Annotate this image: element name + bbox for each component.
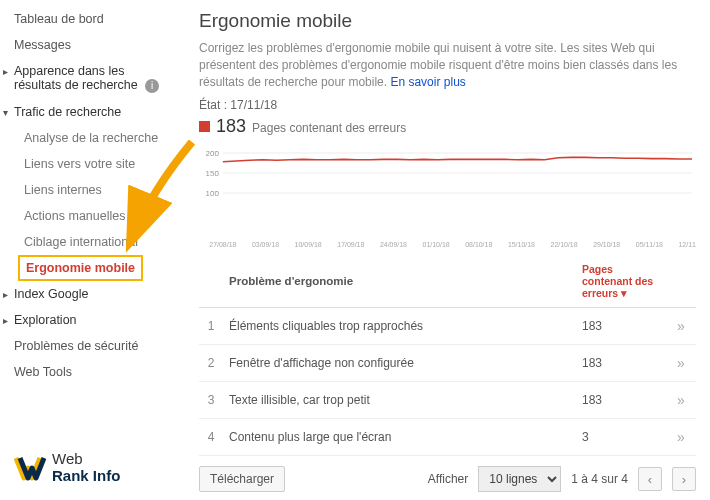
svg-text:150: 150	[206, 169, 220, 178]
table-row[interactable]: 4Contenu plus large que l'écran3»	[199, 419, 696, 456]
status-date: État : 17/11/18	[199, 98, 696, 112]
info-icon: i	[145, 79, 159, 93]
logo-text-line2: Rank Info	[52, 468, 120, 485]
learn-more-link[interactable]: En savoir plus	[390, 75, 465, 89]
sidebar: Tableau de bord Messages Apparence dans …	[0, 0, 175, 500]
sidebar-item-links-to-site[interactable]: Liens vers votre site	[6, 151, 175, 177]
svg-text:24/09/18: 24/09/18	[380, 241, 407, 248]
issues-table: Problème d'ergonomie Pages contenant des…	[199, 255, 696, 456]
row-issue: Contenu plus large que l'écran	[223, 419, 576, 456]
table-footer: Télécharger Afficher 10 lignes 1 à 4 sur…	[199, 456, 696, 500]
table-row[interactable]: 1Éléments cliquables trop rapprochés183»	[199, 308, 696, 345]
legend-label: Pages contenant des erreurs	[252, 121, 406, 135]
svg-text:17/09/18: 17/09/18	[337, 241, 364, 248]
row-index: 4	[199, 419, 223, 456]
svg-text:100: 100	[206, 189, 220, 198]
svg-text:01/10/18: 01/10/18	[423, 241, 450, 248]
sidebar-item-search-analysis[interactable]: Analyse de la recherche	[6, 125, 175, 151]
svg-text:05/11/18: 05/11/18	[636, 241, 663, 248]
main-content: Ergonomie mobile Corrigez les problèmes …	[175, 0, 710, 500]
sidebar-item-security[interactable]: Problèmes de sécurité	[6, 333, 175, 359]
sidebar-item-mobile-usability[interactable]: Ergonomie mobile	[18, 255, 143, 281]
chart-legend: 183 Pages contenant des erreurs	[199, 116, 696, 137]
rows-select[interactable]: 10 lignes	[478, 466, 561, 492]
download-button[interactable]: Télécharger	[199, 466, 285, 492]
sidebar-item-manual-actions[interactable]: Actions manuelles	[6, 203, 175, 229]
row-count: 3	[576, 419, 666, 456]
chevron-right-icon[interactable]: »	[666, 382, 696, 419]
svg-text:200: 200	[206, 149, 220, 158]
svg-text:29/10/18: 29/10/18	[593, 241, 620, 248]
sidebar-item-internal-links[interactable]: Liens internes	[6, 177, 175, 203]
row-issue: Texte illisible, car trop petit	[223, 382, 576, 419]
logo: Web Rank Info	[14, 451, 120, 484]
legend-count: 183	[216, 116, 246, 137]
legend-color-swatch	[199, 121, 210, 132]
page-title: Ergonomie mobile	[199, 10, 696, 32]
pager-text: 1 à 4 sur 4	[571, 472, 628, 486]
prev-page-button[interactable]: ‹	[638, 467, 662, 491]
svg-text:10/09/18: 10/09/18	[295, 241, 322, 248]
col-errors[interactable]: Pages contenant des erreurs ▾	[576, 255, 666, 308]
svg-text:08/10/18: 08/10/18	[465, 241, 492, 248]
row-count: 183	[576, 308, 666, 345]
sidebar-item-intl-targeting[interactable]: Ciblage international	[6, 229, 175, 255]
row-count: 183	[576, 345, 666, 382]
table-row[interactable]: 2Fenêtre d'affichage non configurée183»	[199, 345, 696, 382]
col-issue[interactable]: Problème d'ergonomie	[223, 255, 576, 308]
row-issue: Fenêtre d'affichage non configurée	[223, 345, 576, 382]
sidebar-item-web-tools[interactable]: Web Tools	[6, 359, 175, 385]
sidebar-item-dashboard[interactable]: Tableau de bord	[6, 6, 175, 32]
svg-text:12/11/18: 12/11/18	[678, 241, 696, 248]
row-index: 3	[199, 382, 223, 419]
table-row[interactable]: 3Texte illisible, car trop petit183»	[199, 382, 696, 419]
sidebar-group-google-index[interactable]: Index Google	[6, 281, 175, 307]
svg-text:15/10/18: 15/10/18	[508, 241, 535, 248]
error-chart: 10015020027/08/1803/09/1810/09/1817/09/1…	[199, 141, 696, 251]
row-issue: Éléments cliquables trop rapprochés	[223, 308, 576, 345]
row-count: 183	[576, 382, 666, 419]
logo-text-line1: Web	[52, 451, 120, 468]
page-description: Corrigez les problèmes d'ergonomie mobil…	[199, 40, 696, 90]
row-index: 1	[199, 308, 223, 345]
sidebar-group-label: Apparence dans les résultats de recherch…	[14, 64, 138, 92]
svg-text:03/09/18: 03/09/18	[252, 241, 279, 248]
chevron-right-icon[interactable]: »	[666, 419, 696, 456]
show-label: Afficher	[428, 472, 468, 486]
svg-text:22/10/18: 22/10/18	[551, 241, 578, 248]
sidebar-group-search-traffic[interactable]: Trafic de recherche	[6, 99, 175, 125]
sidebar-group-search-appearance[interactable]: Apparence dans les résultats de recherch…	[6, 58, 175, 99]
sidebar-group-crawl[interactable]: Exploration	[6, 307, 175, 333]
sidebar-item-messages[interactable]: Messages	[6, 32, 175, 58]
chevron-right-icon[interactable]: »	[666, 345, 696, 382]
next-page-button[interactable]: ›	[672, 467, 696, 491]
logo-icon	[14, 452, 46, 484]
chevron-right-icon[interactable]: »	[666, 308, 696, 345]
row-index: 2	[199, 345, 223, 382]
svg-text:27/08/18: 27/08/18	[209, 241, 236, 248]
